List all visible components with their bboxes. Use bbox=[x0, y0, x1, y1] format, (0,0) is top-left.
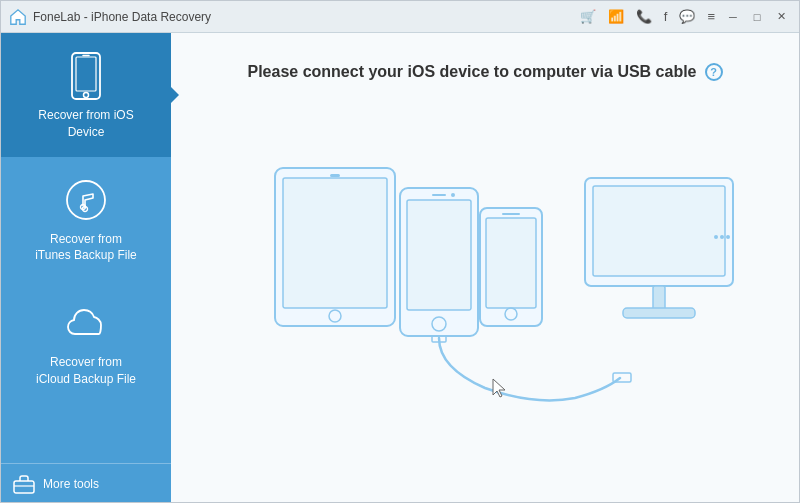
svg-rect-10 bbox=[283, 178, 387, 308]
sidebar-icloud-label: Recover fromiCloud Backup File bbox=[36, 354, 136, 388]
svg-rect-28 bbox=[623, 308, 695, 318]
app-title: FoneLab - iPhone Data Recovery bbox=[33, 10, 211, 24]
itunes-icon bbox=[61, 175, 111, 225]
close-button[interactable]: ✕ bbox=[771, 7, 791, 27]
content-area: Please connect your iOS device to comput… bbox=[171, 33, 799, 503]
device-illustration bbox=[191, 101, 779, 484]
title-bar: FoneLab - iPhone Data Recovery 🛒 📶 📞 f 💬… bbox=[1, 1, 799, 33]
main-layout: Recover from iOSDevice Recover fromiTune… bbox=[1, 33, 799, 503]
icloud-icon bbox=[61, 298, 111, 348]
svg-point-30 bbox=[720, 235, 724, 239]
sidebar-more-tools[interactable]: More tools bbox=[1, 463, 171, 503]
sidebar-item-icloud[interactable]: Recover fromiCloud Backup File bbox=[1, 280, 171, 404]
svg-rect-7 bbox=[14, 481, 34, 493]
sidebar: Recover from iOSDevice Recover fromiTune… bbox=[1, 33, 171, 503]
phone-icon[interactable]: 📞 bbox=[632, 7, 656, 26]
svg-point-2 bbox=[84, 93, 89, 98]
title-bar-right: 🛒 📶 📞 f 💬 ≡ ─ □ ✕ bbox=[576, 7, 791, 27]
sidebar-item-itunes[interactable]: Recover fromiTunes Backup File bbox=[1, 157, 171, 281]
svg-point-18 bbox=[451, 193, 455, 197]
wifi-icon[interactable]: 📶 bbox=[604, 7, 628, 26]
connect-message: Please connect your iOS device to comput… bbox=[247, 63, 722, 81]
svg-rect-26 bbox=[593, 186, 725, 276]
svg-rect-27 bbox=[653, 286, 665, 310]
ios-device-icon bbox=[61, 51, 111, 101]
sidebar-item-ios-device[interactable]: Recover from iOSDevice bbox=[1, 33, 171, 157]
sidebar-itunes-label: Recover fromiTunes Backup File bbox=[35, 231, 137, 265]
devices-svg bbox=[225, 133, 745, 453]
chat-icon[interactable]: 💬 bbox=[675, 7, 699, 26]
title-bar-left: FoneLab - iPhone Data Recovery bbox=[9, 8, 211, 26]
restore-button[interactable]: □ bbox=[747, 7, 767, 27]
sidebar-ios-label: Recover from iOSDevice bbox=[38, 107, 133, 141]
svg-rect-13 bbox=[330, 174, 340, 177]
help-icon[interactable]: ? bbox=[705, 63, 723, 81]
menu-icon[interactable]: ≡ bbox=[703, 7, 719, 26]
cart-icon[interactable]: 🛒 bbox=[576, 7, 600, 26]
svg-point-29 bbox=[714, 235, 718, 239]
svg-rect-20 bbox=[486, 218, 536, 308]
minimize-button[interactable]: ─ bbox=[723, 7, 743, 27]
svg-rect-1 bbox=[76, 57, 96, 91]
toolbox-icon bbox=[13, 474, 35, 494]
app-logo-icon bbox=[9, 8, 27, 26]
svg-rect-15 bbox=[407, 200, 471, 310]
more-tools-label: More tools bbox=[43, 477, 99, 491]
facebook-icon[interactable]: f bbox=[660, 7, 672, 26]
svg-point-31 bbox=[726, 235, 730, 239]
